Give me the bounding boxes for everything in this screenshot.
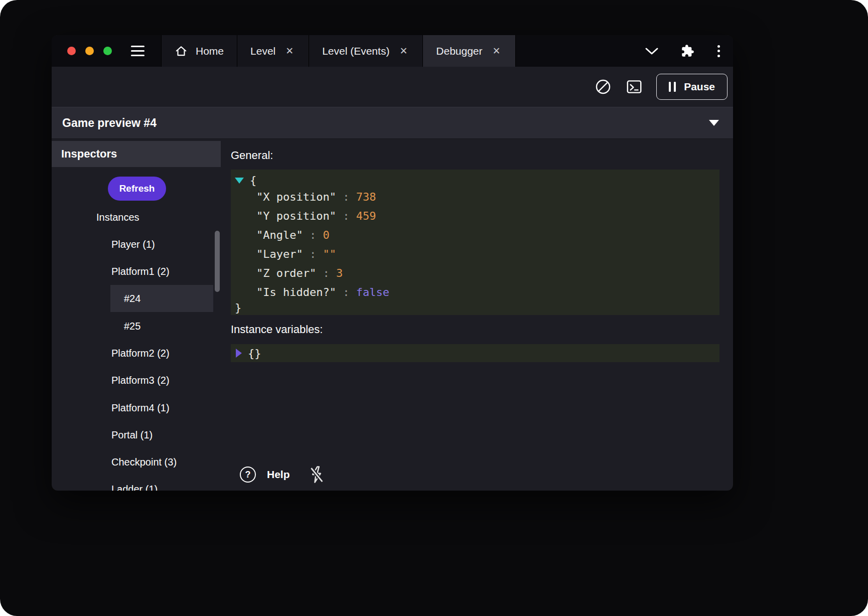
tab-level[interactable]: Level ✕ [237, 35, 309, 67]
general-section-label: General: [231, 149, 273, 162]
tab-debugger-label: Debugger [436, 45, 482, 57]
tab-bar: Home Level ✕ Level (Events) ✕ Debugger ✕ [52, 35, 733, 67]
tab-level-events-label: Level (Events) [322, 45, 389, 57]
sidebar-item-platform4[interactable]: Platform4 (1) [111, 394, 170, 421]
sidebar-item-platform3[interactable]: Platform3 (2) [111, 367, 170, 394]
debugger-content: Inspectors Refresh Instances Player (1) … [52, 139, 733, 491]
tab-debugger[interactable]: Debugger ✕ [423, 35, 516, 67]
help-question-icon[interactable]: ? [240, 467, 256, 483]
sidebar-item-ladder[interactable]: Ladder (1) [111, 476, 158, 491]
footer-actions: ? Help [240, 465, 325, 484]
variables-empty-object: {} [248, 347, 261, 360]
home-icon [175, 45, 188, 58]
json-row-x-position: "X position" : 738 [231, 188, 719, 207]
debugger-toolbar: Pause [52, 67, 733, 107]
collapse-triangle-icon[interactable] [235, 178, 244, 184]
open-brace: { [250, 174, 256, 187]
refresh-button[interactable]: Refresh [108, 177, 166, 201]
more-options-icon[interactable] [716, 44, 721, 58]
close-window-button[interactable] [67, 47, 76, 55]
pause-icon [669, 82, 676, 92]
general-json-viewer: { "X position" : 738 "Y position" : 459 … [231, 170, 719, 315]
expand-triangle-icon[interactable] [236, 349, 242, 358]
x-position-value: 738 [356, 191, 376, 203]
instance-variables-json-viewer: {} [231, 344, 719, 362]
console-terminal-icon[interactable] [625, 78, 643, 96]
sidebar-item-platform1[interactable]: Platform1 (2) [111, 258, 170, 285]
preview-dropdown-caret-icon[interactable] [709, 120, 719, 126]
game-preview-title: Game preview #4 [62, 116, 157, 130]
menu-icon[interactable] [131, 46, 144, 56]
app-window: Home Level ✕ Level (Events) ✕ Debugger ✕ [52, 35, 733, 491]
desktop-background: Home Level ✕ Level (Events) ✕ Debugger ✕ [0, 0, 868, 616]
game-preview-selector[interactable]: Game preview #4 [52, 107, 733, 139]
json-row-is-hidden: "Is hidden?" : false [231, 283, 719, 302]
is-hidden-value: false [356, 286, 389, 298]
json-row-angle: "Angle" : 0 [231, 226, 719, 245]
json-close-line: } [231, 302, 719, 315]
inspector-detail-panel: General: { "X position" : 738 "Y positio… [221, 139, 733, 491]
tab-strip: Home Level ✕ Level (Events) ✕ Debugger ✕ [161, 35, 516, 67]
tab-bar-actions [645, 44, 721, 58]
window-controls [67, 47, 112, 55]
close-icon[interactable]: ✕ [283, 45, 296, 57]
sidebar-scrollbar[interactable] [215, 231, 220, 292]
angle-value: 0 [323, 229, 329, 241]
maximize-window-button[interactable] [103, 47, 112, 55]
close-brace: } [235, 301, 241, 314]
inspectors-header: Inspectors [52, 141, 221, 167]
chevron-down-icon[interactable] [645, 47, 659, 55]
y-position-value: 459 [356, 210, 376, 222]
json-row-layer: "Layer" : "" [231, 245, 719, 264]
tab-home[interactable]: Home [161, 35, 237, 67]
inspectors-sidebar: Inspectors Refresh Instances Player (1) … [52, 139, 221, 491]
close-icon[interactable]: ✕ [397, 45, 409, 57]
minimize-window-button[interactable] [85, 47, 94, 55]
sidebar-item-portal[interactable]: Portal (1) [111, 421, 153, 448]
sidebar-item-instances[interactable]: Instances [96, 204, 139, 231]
layer-value: "" [323, 248, 336, 260]
json-row-z-order: "Z order" : 3 [231, 264, 719, 283]
tab-level-events[interactable]: Level (Events) ✕ [309, 35, 423, 67]
help-label: Help [267, 469, 290, 481]
json-open-line: { [231, 173, 719, 188]
tab-level-label: Level [250, 45, 275, 57]
tab-home-label: Home [196, 45, 224, 57]
profiler-gauge-icon[interactable] [594, 78, 612, 96]
sidebar-item-platform2[interactable]: Platform2 (2) [111, 340, 170, 367]
instance-variables-label: Instance variables: [231, 323, 323, 336]
pause-button[interactable]: Pause [656, 74, 728, 100]
z-order-value: 3 [336, 267, 343, 279]
pause-button-label: Pause [684, 81, 715, 93]
close-icon[interactable]: ✕ [491, 45, 503, 57]
extensions-puzzle-icon[interactable] [681, 44, 694, 58]
sidebar-item-instance-25[interactable]: #25 [124, 313, 140, 340]
flash-off-icon[interactable] [308, 465, 325, 484]
sidebar-item-player[interactable]: Player (1) [111, 231, 155, 258]
json-row-y-position: "Y position" : 459 [231, 207, 719, 226]
sidebar-item-checkpoint[interactable]: Checkpoint (3) [111, 448, 177, 476]
sidebar-item-instance-24[interactable]: #24 [110, 285, 213, 312]
